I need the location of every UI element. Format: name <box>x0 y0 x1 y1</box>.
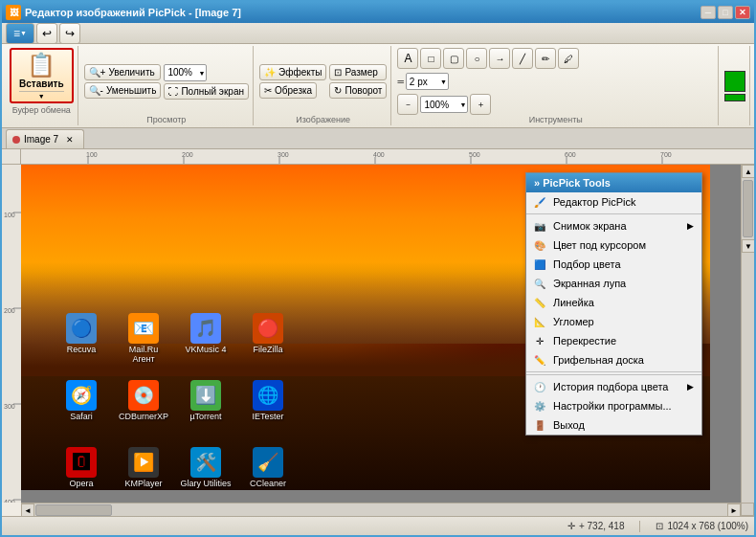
effects-button[interactable]: ✨ Эффекты <box>259 64 326 80</box>
icon-glary[interactable]: 🛠️ Glary Utilities <box>179 447 233 489</box>
undo-button[interactable]: ↩ <box>36 23 57 44</box>
minimize-button[interactable]: ─ <box>700 6 716 19</box>
image-tab[interactable]: Image 7 ✕ <box>6 129 84 148</box>
picpick-item-icon: 📷 <box>532 218 547 234</box>
picpick-menu-item[interactable]: 🚪Выход <box>526 415 701 435</box>
paste-button[interactable]: 📋 Вставить ▼ <box>10 48 74 103</box>
icon-vkmusic[interactable]: 🎵 VKMusic 4 <box>179 313 233 355</box>
mailru-label: Mail.Ru Агент <box>117 346 170 365</box>
ellipse-tool-button[interactable]: ○ <box>466 48 487 69</box>
picpick-menu-item[interactable]: ⚙️Настройки программы... <box>526 396 701 415</box>
zoom-increase-small[interactable]: ＋ <box>470 94 491 115</box>
highlight-tool-button[interactable]: 🖊 <box>558 48 579 69</box>
icon-opera[interactable]: 🅾 Opera <box>55 447 108 489</box>
vertical-scrollbar[interactable]: ▲ ▼ <box>741 165 754 503</box>
icon-ccleaner[interactable]: 🧹 CCleaner <box>241 447 295 489</box>
picpick-menu-item[interactable]: 📐Угломер <box>526 312 701 331</box>
icon-mailru[interactable]: 📧 Mail.Ru Агент <box>117 313 170 365</box>
picpick-item-icon: 🔍 <box>532 276 547 291</box>
picpick-menu-item[interactable]: 🟦Подбор цвета <box>526 255 701 274</box>
resolution-icon: ⊡ <box>656 521 663 531</box>
svg-text:200: 200 <box>4 307 15 314</box>
glary-icon: 🛠️ <box>190 447 221 478</box>
zoom-out-label: Уменьшить <box>106 85 156 96</box>
opera-icon: 🅾 <box>66 447 97 478</box>
picpick-submenu-arrow: ▶ <box>687 382 694 392</box>
picpick-menu-item[interactable]: 🖌️Редактор PicPick <box>526 192 701 212</box>
zoom-pct-select[interactable]: 100% 50% 200% <box>420 96 468 113</box>
menu-button[interactable]: ≡ ▼ <box>6 23 34 44</box>
close-button[interactable]: ✕ <box>735 6 750 19</box>
redo-button[interactable]: ↪ <box>59 23 80 44</box>
image-controls: ✨ Эффекты ✂ Обрезка <box>259 64 326 99</box>
maximize-button[interactable]: □ <box>718 6 733 19</box>
vkmusic-icon: 🎵 <box>190 313 221 344</box>
line-tool-button[interactable]: ╱ <box>512 48 533 69</box>
picpick-menu-header: » PicPick Tools <box>526 173 701 192</box>
fullscreen-button[interactable]: ⛶ Полный экран <box>164 83 249 100</box>
ruler-v-svg: 100 200 300 400 <box>2 165 21 503</box>
icon-utorrent[interactable]: ⬇️ µTorrent <box>179 380 233 422</box>
ietester-label: IETester <box>252 413 283 422</box>
svg-text:400: 400 <box>4 499 15 503</box>
effects-icon: ✨ <box>264 67 276 78</box>
tab-close-icon[interactable]: ✕ <box>66 135 74 145</box>
icon-ietester[interactable]: 🌐 IETester <box>241 380 295 422</box>
icon-filezilla[interactable]: 🔴 FileZilla <box>241 313 295 355</box>
color-swatch[interactable] <box>724 71 745 92</box>
paste-dropdown-arrow[interactable]: ▼ <box>19 91 64 100</box>
rect-tool-button[interactable]: □ <box>420 48 441 69</box>
rotate-button[interactable]: ↻ Поворот <box>329 82 387 99</box>
tools-label: Инструменты <box>529 115 583 125</box>
image-canvas[interactable]: 🔵 Recuva 📧 Mail.Ru Агент 🎵 VKMusic 4 <box>21 165 741 503</box>
size-button[interactable]: ⊡ Размер <box>329 64 387 80</box>
horizontal-scrollbar[interactable]: ◄ ► <box>21 503 741 516</box>
filezilla-icon: 🔴 <box>253 313 283 344</box>
text-tool-button[interactable]: A <box>397 48 418 69</box>
scroll-track-h <box>34 503 727 516</box>
crop-button[interactable]: ✂ Обрезка <box>259 82 317 99</box>
pen-tool-button[interactable]: ✏ <box>535 48 556 69</box>
picpick-item-label: Грифельная доска <box>553 354 644 366</box>
picpick-menu-item[interactable]: 🕐История подбора цвета▶ <box>526 377 701 396</box>
picpick-separator <box>526 213 701 214</box>
rounded-rect-tool-button[interactable]: ▢ <box>443 48 464 69</box>
image-group: ✨ Эффекты ✂ Обрезка ⊡ Размер <box>256 46 391 125</box>
zoom-out-button[interactable]: 🔍- Уменьшить <box>84 82 162 99</box>
resolution-value: 1024 x 768 (100%) <box>667 521 748 531</box>
clipboard-label: Буфер обмена <box>12 105 71 116</box>
line-size-wrap: 2 px 1 px 3 px ▼ <box>406 73 449 90</box>
image-content: 🔵 Recuva 📧 Mail.Ru Агент 🎵 VKMusic 4 <box>21 165 710 490</box>
scroll-down-button[interactable]: ▼ <box>742 239 754 253</box>
scroll-thumb[interactable] <box>743 180 753 237</box>
icon-kmplayer[interactable]: ▶️ KMPlayer <box>117 447 170 489</box>
zoom-decrease-small[interactable]: － <box>397 94 418 115</box>
icon-recuva[interactable]: 🔵 Recuva <box>55 313 108 355</box>
picpick-menu-item[interactable]: ✛Перекрестие <box>526 331 701 350</box>
glary-label: Glary Utilities <box>180 480 231 489</box>
icon-cdburner[interactable]: 💿 CDBurnerXP <box>117 380 170 422</box>
arrow-tool-button[interactable]: → <box>489 48 510 69</box>
svg-text:100: 100 <box>86 151 98 158</box>
picpick-menu-item[interactable]: 📷Снимок экрана▶ <box>526 216 701 235</box>
line-size-select[interactable]: 2 px 1 px 3 px <box>406 73 449 90</box>
picpick-item-icon: 🕐 <box>532 379 547 394</box>
rotate-label: Поворот <box>345 85 382 96</box>
zoom-in-button[interactable]: 🔍+ Увеличить <box>84 64 162 80</box>
picpick-menu-item[interactable]: 🎨Цвет под курсором <box>526 235 701 255</box>
crop-label: Обрезка <box>275 85 312 96</box>
zoom-select[interactable]: 100% 50% 200% <box>164 64 207 81</box>
vertical-ruler: 100 200 300 400 <box>2 165 21 503</box>
picpick-menu-item[interactable]: ✏️Грифельная доска <box>526 350 701 369</box>
recuva-label: Recuva <box>67 346 97 355</box>
window-title: Редактор изображений PicPick - [Image 7] <box>25 7 241 18</box>
scroll-thumb-h[interactable] <box>35 504 112 516</box>
scroll-left-button[interactable]: ◄ <box>21 503 34 516</box>
scroll-right-button[interactable]: ► <box>727 503 741 516</box>
size-icon: ⊡ <box>334 67 342 78</box>
picpick-item-icon: 🖌️ <box>532 194 547 210</box>
scroll-up-button[interactable]: ▲ <box>742 165 754 178</box>
icon-safari[interactable]: 🧭 Safari <box>55 380 108 422</box>
picpick-menu-item[interactable]: 📏Линейка <box>526 293 701 312</box>
picpick-menu-item[interactable]: 🔍Экранная лупа <box>526 274 701 293</box>
